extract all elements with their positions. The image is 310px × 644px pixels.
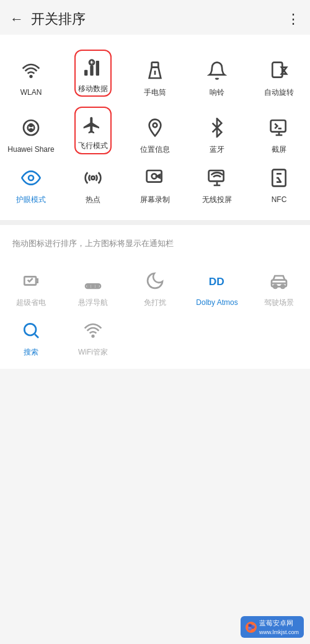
icon-bluetooth (203, 114, 231, 141)
watermark: 🫐 蓝莓安卓网www.lmkjst.com (241, 616, 304, 638)
label-auto-rotate: 自动旋转 (264, 88, 294, 97)
inactive-icon-super-save (17, 267, 45, 294)
icon-wlan (17, 57, 45, 84)
inactive-grid: 超级省电 悬浮导航 免打扰 DD Dolby Atmos 驾驶场景 搜索 WiF… (0, 258, 310, 363)
svg-text:DD: DD (209, 275, 224, 287)
page-title: 开关排序 (31, 10, 86, 29)
inactive-grid-item-search[interactable]: 搜索 (0, 311, 62, 360)
grid-item-auto-rotate[interactable]: 自动旋转 (248, 43, 310, 100)
active-section: WLAN 11 移动数据 手电筒 响铃 自动旋转 (0, 35, 310, 220)
label-location: 位置信息 (140, 145, 170, 154)
inactive-icon-search (17, 317, 45, 344)
label-bluetooth: 蓝牙 (210, 145, 224, 154)
inactive-icon-dolby: DD (203, 267, 231, 294)
icon-wireless-display (203, 164, 231, 192)
icon-nfc (265, 164, 293, 192)
icon-eye-protection (17, 164, 45, 192)
inactive-icon-float-nav (79, 267, 107, 294)
grid-item-screen-record[interactable]: 屏幕录制 (124, 158, 186, 208)
svg-point-0 (30, 76, 32, 77)
inactive-label-float-nav: 悬浮导航 (78, 298, 108, 307)
svg-text:11: 11 (89, 60, 94, 64)
inactive-label-search: 搜索 (24, 348, 38, 356)
inactive-grid-item-wifi-manager[interactable]: WiFi管家 (62, 311, 124, 360)
inactive-grid-item-super-save[interactable]: 超级省电 (0, 261, 62, 311)
label-hotspot: 热点 (86, 195, 100, 204)
svg-rect-2 (90, 66, 93, 76)
svg-point-22 (87, 285, 90, 287)
watermark-icon: 🫐 (246, 622, 257, 633)
svg-point-29 (24, 324, 36, 335)
svg-point-10 (30, 124, 32, 126)
icon-flashlight (141, 57, 169, 84)
label-huawei-share: Huawei Share (7, 145, 54, 154)
icon-mobile-data: 11 (78, 55, 105, 82)
more-options-button[interactable]: ⋮ (286, 11, 300, 27)
label-wireless-display: 无线投屏 (202, 195, 232, 204)
svg-rect-8 (272, 63, 282, 77)
grid-item-screenshot[interactable]: 截屏 (248, 100, 310, 157)
svg-rect-1 (84, 70, 87, 76)
section-divider (0, 220, 310, 225)
icon-screenshot (265, 114, 293, 141)
icon-ringtone (203, 57, 231, 84)
highlighted-border-mobile-data: 11 移动数据 (74, 50, 112, 97)
svg-rect-3 (96, 61, 99, 76)
inactive-grid-item-drive-mode[interactable]: 驾驶场景 (248, 261, 310, 311)
svg-point-9 (24, 120, 38, 135)
grid-item-location[interactable]: 位置信息 (124, 100, 186, 157)
grid-item-mobile-data[interactable]: 11 移动数据 (62, 43, 124, 100)
grid-item-eye-protection[interactable]: 护眼模式 (0, 158, 62, 208)
inactive-label-dolby: Dolby Atmos (196, 298, 237, 307)
inactive-label-super-save: 超级省电 (16, 298, 46, 307)
label-ringtone: 响铃 (210, 88, 224, 97)
grid-item-airplane[interactable]: 飞行模式 (62, 100, 124, 157)
inactive-grid-item-no-disturb[interactable]: 免打扰 (124, 261, 186, 311)
active-grid: WLAN 11 移动数据 手电筒 响铃 自动旋转 (0, 41, 310, 210)
grid-item-bluetooth[interactable]: 蓝牙 (186, 100, 248, 157)
inactive-label-no-disturb: 免打扰 (144, 298, 166, 307)
inactive-section: 拖动图标进行排序，上方图标将显示在通知栏 超级省电 悬浮导航 免打扰 DD Do… (0, 225, 310, 369)
grid-item-wlan[interactable]: WLAN (0, 43, 62, 100)
grid-item-wireless-display[interactable]: 无线投屏 (186, 158, 248, 208)
watermark-url: www.lmkjst.com (259, 629, 299, 635)
inactive-icon-drive-mode (265, 267, 293, 294)
label-mobile-data: 移动数据 (78, 84, 108, 93)
icon-airplane (78, 112, 105, 139)
grid-item-huawei-share[interactable]: Huawei Share (0, 100, 62, 157)
label-screenshot: 截屏 (272, 145, 286, 154)
icon-screen-record (141, 164, 169, 192)
svg-point-31 (92, 335, 94, 337)
inactive-icon-no-disturb (141, 267, 169, 294)
label-nfc: NFC (272, 195, 287, 204)
inactive-grid-item-dolby[interactable]: DD Dolby Atmos (186, 261, 248, 311)
svg-point-24 (96, 285, 99, 287)
label-flashlight: 手电筒 (144, 88, 166, 97)
svg-point-12 (153, 123, 157, 128)
svg-line-30 (35, 334, 38, 338)
icon-huawei-share (17, 114, 45, 141)
grid-item-nfc[interactable]: NFC (248, 158, 310, 208)
svg-point-23 (92, 285, 94, 287)
svg-point-15 (91, 176, 94, 179)
svg-point-14 (29, 175, 33, 180)
label-eye-protection: 护眼模式 (16, 195, 46, 204)
inactive-grid-item-float-nav[interactable]: 悬浮导航 (62, 261, 124, 311)
icon-auto-rotate (265, 57, 293, 84)
back-button[interactable]: ← (10, 11, 24, 27)
inactive-label-drive-mode: 驾驶场景 (264, 298, 294, 307)
hint-text: 拖动图标进行排序，上方图标将显示在通知栏 (0, 231, 310, 258)
svg-point-11 (30, 129, 32, 131)
inactive-icon-wifi-manager (79, 317, 107, 344)
icon-hotspot (79, 164, 107, 192)
icon-location (141, 114, 169, 141)
header: ← 开关排序 ⋮ (0, 0, 310, 35)
grid-item-hotspot[interactable]: 热点 (62, 158, 124, 208)
inactive-label-wifi-manager: WiFi管家 (78, 348, 108, 356)
label-airplane: 飞行模式 (78, 141, 108, 150)
highlighted-border-airplane: 飞行模式 (74, 107, 112, 154)
label-screen-record: 屏幕录制 (140, 195, 170, 204)
label-wlan: WLAN (20, 88, 42, 97)
grid-item-ringtone[interactable]: 响铃 (186, 43, 248, 100)
grid-item-flashlight[interactable]: 手电筒 (124, 43, 186, 100)
